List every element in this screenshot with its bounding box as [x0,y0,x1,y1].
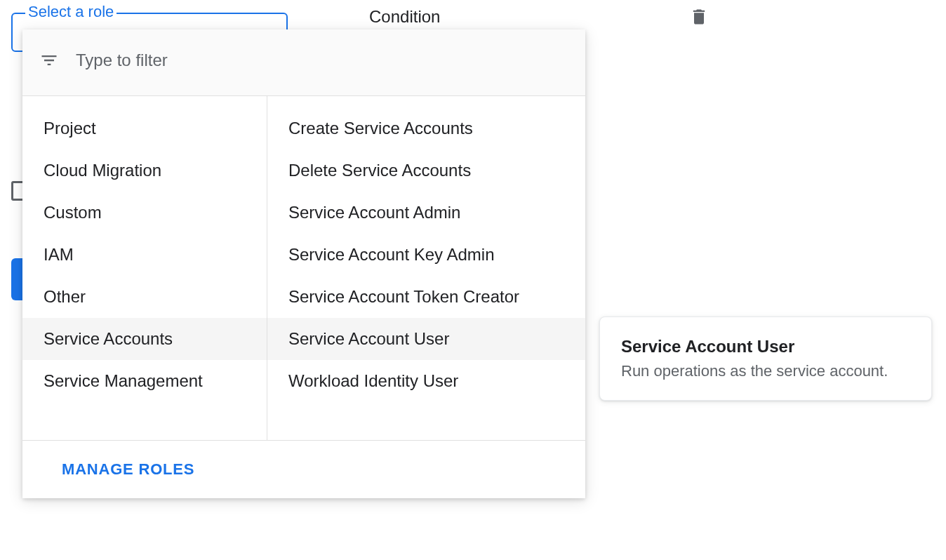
role-item[interactable]: Service Account User [267,318,585,360]
category-item[interactable]: Service Accounts [22,318,267,360]
role-item[interactable]: Create Service Accounts [267,107,585,149]
manage-roles-button[interactable]: MANAGE ROLES [62,460,194,478]
role-item[interactable]: Service Account Admin [267,192,585,234]
condition-label: Condition [369,7,440,27]
category-item[interactable]: Other [22,276,267,318]
category-item[interactable]: Cloud Migration [22,149,267,192]
tooltip-description: Run operations as the service account. [621,362,910,380]
select-role-label: Select a role [25,3,116,21]
role-item[interactable]: Delete Service Accounts [267,149,585,192]
role-dropdown-panel: ProjectCloud MigrationCustomIAMOtherServ… [22,29,585,498]
filter-icon [39,51,59,70]
role-columns: ProjectCloud MigrationCustomIAMOtherServ… [22,96,585,440]
role-item[interactable]: Service Account Key Admin [267,234,585,276]
category-item[interactable]: Service Management [22,360,267,402]
role-tooltip: Service Account User Run operations as t… [599,316,932,401]
role-column: Create Service AccountsDelete Service Ac… [267,96,585,440]
category-item[interactable]: Project [22,107,267,149]
category-item[interactable]: IAM [22,234,267,276]
category-column: ProjectCloud MigrationCustomIAMOtherServ… [22,96,267,440]
role-item[interactable]: Service Account Token Creator [267,276,585,318]
category-item[interactable]: Custom [22,192,267,234]
delete-icon[interactable] [689,7,709,29]
filter-input[interactable] [76,51,571,70]
filter-bar [22,29,585,96]
dropdown-footer: MANAGE ROLES [22,440,585,498]
tooltip-title: Service Account User [621,337,910,356]
role-item[interactable]: Workload Identity User [267,360,585,402]
